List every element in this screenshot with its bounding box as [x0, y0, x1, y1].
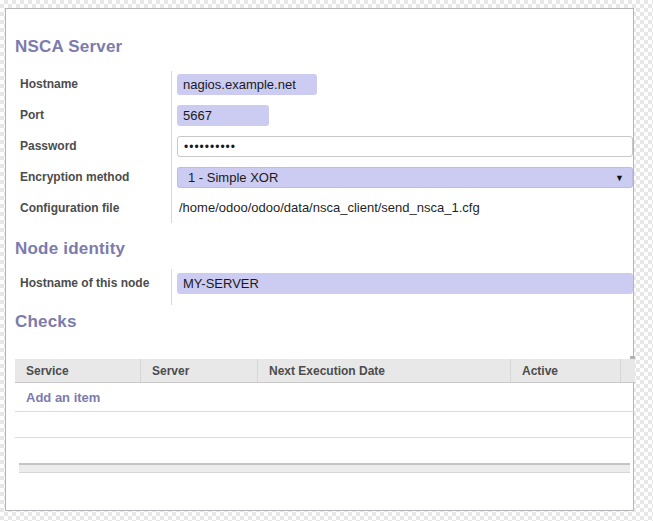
- empty-row: [15, 412, 635, 438]
- column-header-active[interactable]: Active: [511, 359, 621, 382]
- node-hostname-label: Hostname of this node: [20, 276, 149, 290]
- port-label: Port: [20, 108, 44, 122]
- port-input[interactable]: [177, 105, 269, 126]
- add-item-row: Add an item: [15, 383, 635, 412]
- column-header-next-execution-date[interactable]: Next Execution Date: [258, 359, 511, 382]
- add-an-item-link[interactable]: Add an item: [26, 390, 100, 405]
- password-label: Password: [20, 139, 77, 153]
- column-header-service[interactable]: Service: [15, 359, 141, 382]
- label-field-divider: [171, 71, 172, 223]
- section-heading-node-identity: Node identity: [15, 239, 125, 259]
- encryption-method-select[interactable]: 1 - Simple XOR ▼: [177, 167, 633, 188]
- checks-table-header: Service Server Next Execution Date Activ…: [15, 359, 635, 383]
- section-heading-nsca-server: NSCA Server: [15, 37, 122, 57]
- form-sheet: NSCA Server Hostname Port Password Encry…: [5, 8, 634, 511]
- node-hostname-input[interactable]: [177, 273, 633, 294]
- column-header-server[interactable]: Server: [141, 359, 258, 382]
- configuration-file-value: /home/odoo/odoo/data/nsca_client/send_ns…: [179, 200, 480, 215]
- hostname-input[interactable]: [177, 74, 317, 95]
- encryption-method-value: 1 - Simple XOR: [188, 170, 278, 185]
- horizontal-scrollbar[interactable]: [19, 463, 630, 473]
- chevron-down-icon: ▼: [615, 173, 624, 183]
- label-field-divider: [171, 269, 172, 305]
- password-input[interactable]: [177, 136, 633, 157]
- section-heading-checks: Checks: [15, 312, 77, 332]
- checks-table: Service Server Next Execution Date Activ…: [15, 359, 635, 463]
- column-header-spacer: [621, 359, 635, 382]
- hostname-label: Hostname: [20, 77, 78, 91]
- empty-row: [15, 438, 635, 463]
- encryption-method-label: Encryption method: [20, 170, 129, 184]
- configuration-file-label: Configuration file: [20, 201, 119, 215]
